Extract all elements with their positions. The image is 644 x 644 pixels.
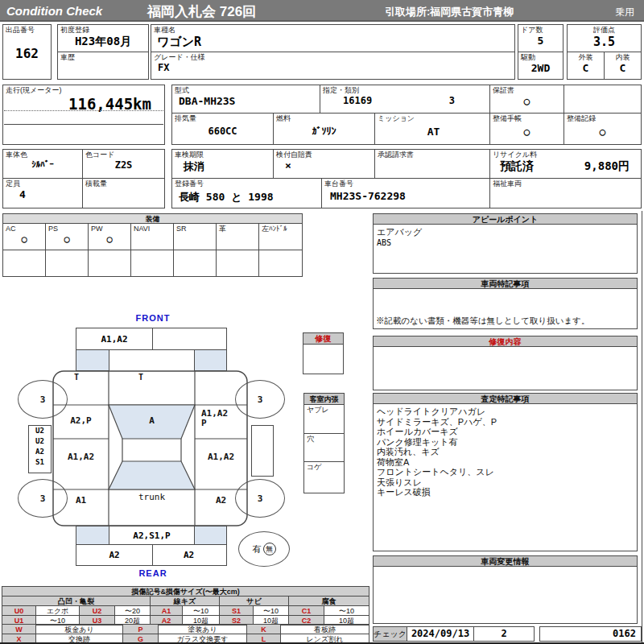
assessment-line: 内装汚れ、キズ (377, 447, 634, 457)
left-side-code: U2 (29, 436, 51, 447)
model-name-label: 車種名 (151, 25, 514, 35)
cabin-row-hole-label: 穴 (304, 434, 344, 444)
transmission-label: ミッション (375, 114, 492, 123)
cabin-row-tear: ヤブレ (303, 404, 345, 434)
legend-code: A1 (151, 606, 183, 616)
load-label: 積載量 (83, 179, 164, 188)
transmission-value: AT (375, 126, 492, 138)
left-rear-door-damage: A1,A2 (53, 452, 109, 462)
hood-mark-left: T (74, 373, 79, 382)
trunk-label: trunk (109, 493, 195, 502)
history-cell: 車歴 (57, 52, 149, 80)
vehicle-notes-body: ※記載のない書類・機器等は無しとして取り扱います。 (373, 288, 638, 329)
recycle-status-value: 預託済 (500, 159, 534, 174)
body-color-cell: 車体色 ｼﾙﾊﾞｰ (2, 149, 83, 179)
change-info-body (373, 566, 638, 624)
lot-number-cell: 出品番号 162 (2, 24, 52, 80)
score-cell: 評価点 3.5 (567, 24, 642, 52)
equipment-cell-ac: AC ○ (2, 223, 46, 250)
damage-legend-table: 損傷記号&損傷サイズ(〜最大cm) 凸凹・亀裂 線キズ サビ 腐食 U0 エクボ… (2, 586, 369, 625)
left-side-code: U2 (29, 426, 51, 436)
drive-label: 駆動 (518, 52, 563, 62)
exterior-grade-label: 外装 (568, 52, 604, 62)
diagram-rear-label: REAR (127, 568, 179, 578)
vehicle-notes-text: ※記載のない書類・機器等は無しとして取り扱います。 (376, 316, 589, 327)
assessment-line: 荷物室A (377, 457, 634, 468)
equipment-label-ac: AC (3, 224, 45, 233)
cabin-row-burn-label: コゲ (304, 462, 344, 472)
score-label: 評価点 (568, 25, 641, 35)
inspection-cell: 車検期限 抹消 (171, 149, 274, 179)
rear-bumper-damage-left: A2 (109, 550, 119, 560)
check-date-cell: 2024/09/13 (407, 626, 474, 642)
assessment-line: キーレス破損 (377, 487, 634, 497)
warranty-spare-cell (564, 85, 642, 114)
rear-panel-cell: A2,S1,P (109, 526, 195, 545)
drive-value: 2WD (518, 62, 563, 74)
legend-desc: 板金あり (36, 625, 123, 634)
exterior-grade-value: C (568, 62, 604, 74)
legend-group-scratch: 線キズ (151, 597, 220, 606)
displacement-value: 660CC (172, 126, 273, 137)
capacity-value: 4 (3, 188, 82, 200)
repair-detail-header: 修復内容 (373, 336, 638, 347)
right-front-door-damage-2: P (201, 419, 207, 428)
rear-left-corner (76, 526, 109, 545)
change-info-header: 車両変更情報 (373, 555, 638, 567)
chassis-number-value: MH23S-762298 (322, 190, 492, 202)
rear-right-corner (194, 526, 227, 545)
recycle-fee-label: リサイクル料 (490, 150, 641, 159)
history-label: 車歴 (58, 52, 148, 62)
rear-bumper-cell: A2 A2 (76, 544, 227, 566)
chassis-number-label: 車台番号 (322, 179, 492, 188)
equipment-label-ps: PS (46, 224, 88, 233)
mileage-dotted-rule (4, 110, 163, 111)
first-registration-label: 初度登録 (58, 25, 148, 35)
left-side-codes-box: U2 U2 A2 S1 (28, 425, 52, 473)
registration-number-value: 長崎 580 と 1998 (172, 190, 321, 204)
model-code-value: DBA-MH23S (172, 95, 320, 107)
mileage-cell: 走行(現メーター) 116,445km (2, 85, 165, 145)
doors-cell: ドア数 5 (518, 24, 564, 52)
lot-number-value: 162 (3, 46, 51, 61)
equipment-cell-lhd: 左ﾊﾝﾄﾞﾙ (258, 223, 303, 250)
service-record-cell: 整備記録 ○ (564, 113, 642, 145)
welfare-vehicle-cell: 福祉車両 (489, 178, 642, 208)
equipment-label-leather: 革 (217, 224, 258, 233)
legend-code: S1 (220, 606, 254, 616)
assessment-line: フロントシートヘタリ、スレ (377, 467, 634, 477)
legend-desc: 〜20 (115, 606, 151, 616)
lot-number-label: 出品番号 (3, 25, 51, 35)
classification-number: 3 (449, 95, 455, 106)
warranty-label: 保証書 (490, 85, 564, 95)
chassis-number-cell: 車台番号 MH23S-762298 (321, 178, 493, 208)
header-bar: Condition Check 福岡入札会 726回 引取場所:福岡県古賀市青柳… (0, 0, 644, 22)
front-bumper-damage: A1,A2 (101, 334, 127, 345)
spare-tire-mark: 有 無 (238, 531, 290, 567)
insurance-value: × (274, 159, 374, 171)
appeal-body: エアバッグ ABS (373, 224, 638, 274)
legend-title: 損傷記号&損傷サイズ(〜最大cm) (2, 587, 369, 597)
assessment-line: ホイールカバーキズ (377, 427, 634, 437)
auction-title: 福岡入札会 726回 (147, 2, 256, 21)
legend-code: C1 (289, 606, 324, 616)
assessment-line: サイドミラーキズ、Pハゲ、P (377, 417, 634, 427)
cabin-row-tear-label: ヤブレ (304, 405, 344, 415)
legend-desc: 〜10 (183, 606, 220, 616)
capacity-label: 定員 (3, 179, 82, 188)
fuel-cell: 燃料 ｶﾞｿﾘﾝ (273, 113, 375, 145)
displacement-cell: 排気量 660CC (171, 113, 274, 145)
load-cell: 積載量 (82, 178, 165, 208)
approval-request-cell: 承認請求書 (374, 149, 493, 179)
service-record-label: 整備記録 (564, 114, 641, 123)
equipment-label-navi: NAVI (131, 224, 173, 233)
equipment-divider-1 (45, 250, 46, 277)
front-bumper-cell: A1,A2 (76, 328, 227, 350)
legend-code: K (247, 625, 281, 634)
body-color-value: ｼﾙﾊﾞｰ (3, 159, 82, 170)
fuel-value: ｶﾞｿﾘﾝ (274, 126, 374, 137)
legend-code: P (123, 625, 159, 634)
spare-tire-absent-label: 無 (263, 543, 276, 555)
exterior-grade-cell: 外装 C (567, 52, 605, 80)
first-registration-cell: 初度登録 H23年08月 (57, 24, 149, 52)
